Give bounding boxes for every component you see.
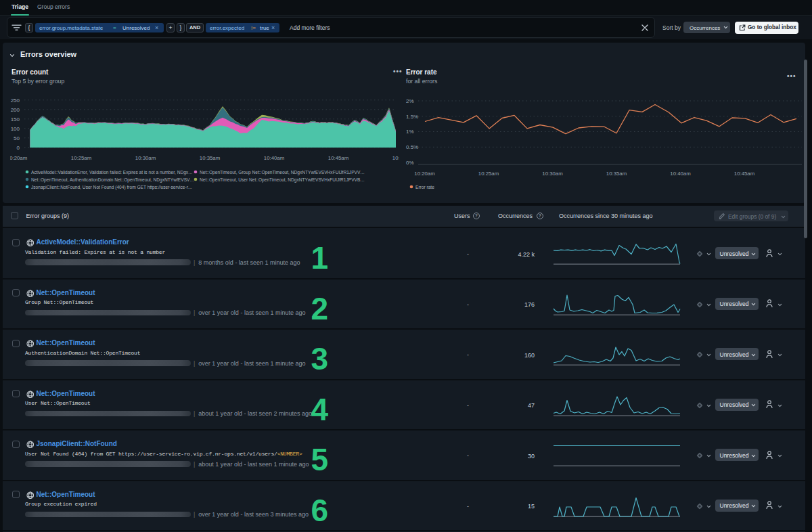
svg-text:10:40am: 10:40am xyxy=(264,155,284,161)
svg-text:JsonapiClient::NotFound, User: JsonapiClient::NotFound, User Not Found … xyxy=(31,185,192,190)
svg-text:2%: 2% xyxy=(406,98,414,104)
svg-text:10:40am: 10:40am xyxy=(670,171,690,177)
svg-text:100: 100 xyxy=(11,126,20,132)
svg-text:1.5%: 1.5% xyxy=(406,114,418,120)
svg-text:10:35am: 10:35am xyxy=(200,155,220,161)
svg-text:Error rate: Error rate xyxy=(415,185,434,190)
svg-text:10:45am: 10:45am xyxy=(734,171,754,177)
svg-text:10:45am: 10:45am xyxy=(328,155,348,161)
svg-text:0.5%: 0.5% xyxy=(406,144,418,150)
svg-text:250: 250 xyxy=(11,97,20,104)
svg-text:Net::OpenTimeout, User Net::Op: Net::OpenTimeout, User Net::OpenTimeout,… xyxy=(200,177,365,183)
svg-text:ActiveModel::ValidationError,: ActiveModel::ValidationError, Validation… xyxy=(31,170,193,175)
svg-text:10:30am: 10:30am xyxy=(542,171,562,177)
svg-text:10:35am: 10:35am xyxy=(606,171,627,177)
svg-text:50: 50 xyxy=(14,135,20,141)
svg-text:10:20am: 10:20am xyxy=(7,155,27,161)
svg-text:Net::OpenTimeout, Group Net::O: Net::OpenTimeout, Group Net::OpenTimeout… xyxy=(200,170,365,175)
svg-text:10:30am: 10:30am xyxy=(135,155,156,161)
svg-text:150: 150 xyxy=(11,116,20,123)
svg-text:0: 0 xyxy=(17,145,20,151)
svg-text:Net::OpenTimeout, Authenticati: Net::OpenTimeout, AuthenticationDomain N… xyxy=(31,177,194,183)
svg-text:10:25am: 10:25am xyxy=(478,171,499,177)
svg-text:0%: 0% xyxy=(406,160,414,166)
svg-text:10:25am: 10:25am xyxy=(71,155,91,161)
svg-text:1%: 1% xyxy=(406,129,414,135)
svg-text:200: 200 xyxy=(11,107,20,113)
svg-text:10:20am: 10:20am xyxy=(414,171,434,177)
